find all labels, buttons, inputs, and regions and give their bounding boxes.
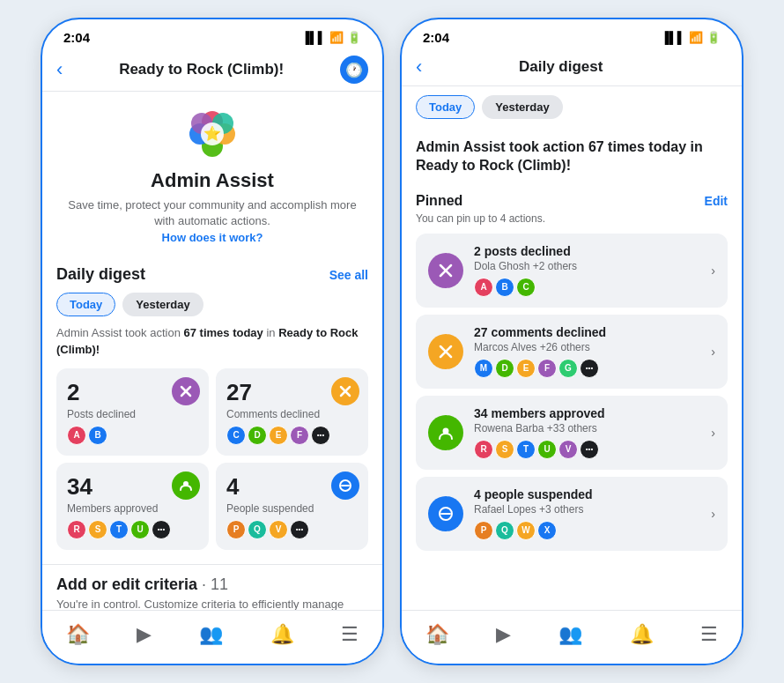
action-suspended-info: 4 people suspended Rafael Lopes +3 other… [474, 487, 700, 540]
status-bar-left: 2:04 ▐▌▌ 📶 🔋 [42, 19, 382, 48]
hero-title: Admin Assist [151, 169, 274, 192]
pinned-edit-button[interactable]: Edit [705, 194, 728, 208]
nav-video-right[interactable]: ▶ [485, 620, 521, 650]
nav-menu-right[interactable]: ☰ [690, 620, 729, 650]
avatar: P [226, 520, 246, 539]
avatar: C [516, 278, 536, 297]
action-suspended-sub: Rafael Lopes +3 others [474, 503, 700, 516]
avatar: T [109, 520, 129, 539]
avatar-more: ••• [152, 520, 171, 539]
hero-link[interactable]: How does it work? [162, 231, 263, 244]
chevron-icon: › [711, 426, 715, 440]
action-people-suspended[interactable]: 4 people suspended Rafael Lopes +3 other… [416, 477, 728, 551]
digest-summary: Admin Assist took action 67 times today … [56, 325, 368, 357]
tab-yesterday[interactable]: Yesterday [122, 293, 203, 316]
nav-groups-left[interactable]: 👥 [189, 620, 233, 650]
stat-members-label: Members approved [67, 502, 198, 515]
chevron-icon: › [711, 507, 715, 521]
avatar: E [269, 426, 288, 445]
avatar: D [495, 359, 514, 378]
avatar: A [474, 278, 493, 297]
stat-posts-label: Posts declined [67, 408, 198, 420]
see-all-link[interactable]: See all [329, 268, 368, 282]
action-comments-avatars: M D E F G ••• [474, 359, 700, 378]
avatar: W [516, 521, 536, 540]
bottom-nav-right: 🏠 ▶ 👥 🔔 ☰ [402, 610, 742, 664]
avatar: Q [248, 520, 267, 539]
back-button-left[interactable]: ‹ [56, 58, 63, 81]
stat-comments-badge [331, 377, 359, 405]
admin-assist-icon: ⭐ [184, 106, 240, 162]
avatar: G [558, 359, 578, 378]
home-icon: 🏠 [66, 623, 90, 646]
daily-digest-section: Daily digest See all Today Yesterday Adm… [42, 255, 382, 549]
criteria-desc: You're in control. Customize criteria to… [56, 598, 368, 610]
action-members-avatars: R S T U V ••• [474, 440, 700, 459]
action-comments-info: 27 comments declined Marcos Alves +26 ot… [474, 325, 700, 378]
phone-left: 2:04 ▐▌▌ 📶 🔋 ‹ Ready to Rock (Climb)! 🕐 [41, 18, 384, 665]
status-bar-right: 2:04 ▐▌▌ 📶 🔋 [402, 19, 742, 48]
nav-bell-left[interactable]: 🔔 [260, 620, 305, 650]
header-title-left: Ready to Rock (Climb)! [63, 61, 340, 78]
stat-posts-declined[interactable]: 2 Posts declined A B [56, 368, 209, 456]
pinned-section: Pinned Edit You can pin up to 4 actions.… [402, 182, 742, 565]
content-left: ⭐ Admin Assist Save time, protect your c… [42, 92, 382, 610]
status-icons-left: ▐▌▌ 📶 🔋 [301, 31, 361, 44]
time-left: 2:04 [63, 30, 90, 45]
battery-icon-right: 🔋 [706, 31, 721, 44]
nav-home-left[interactable]: 🏠 [55, 620, 100, 650]
action-posts-avatars: A B C [474, 278, 700, 297]
svg-text:⭐: ⭐ [203, 125, 221, 142]
avatar: C [226, 426, 246, 445]
stat-people-suspended[interactable]: 4 People suspended P Q V ••• [216, 463, 368, 550]
avatar: B [495, 278, 514, 297]
stat-comments-declined[interactable]: 27 Comments declined C D E F ••• [216, 368, 368, 456]
admin-assist-hero: ⭐ Admin Assist Save time, protect your c… [42, 92, 382, 255]
tab-today-right[interactable]: Today [416, 95, 475, 119]
action-members-sub: Rowena Barba +33 others [474, 422, 700, 434]
action-posts-declined[interactable]: 2 posts declined Dola Ghosh +2 others A … [416, 234, 728, 308]
digest-title: Daily digest [56, 265, 145, 284]
nav-bell-right[interactable]: 🔔 [619, 620, 664, 650]
nav-groups-right[interactable]: 👥 [548, 620, 593, 650]
stat-members-approved[interactable]: 34 Members approved R S T U ••• [56, 463, 209, 550]
avatar: F [537, 359, 557, 378]
stat-suspended-avatars: P Q V ••• [226, 520, 358, 539]
avatar: V [269, 520, 288, 539]
avatar: A [67, 426, 86, 445]
stat-members-badge [172, 471, 200, 500]
video-icon: ▶ [137, 623, 152, 646]
tab-today[interactable]: Today [56, 293, 115, 316]
criteria-section: Add or edit criteria · 11 You're in cont… [42, 564, 382, 610]
stat-comments-avatars: C D E F ••• [226, 426, 358, 445]
action-comments-declined[interactable]: 27 comments declined Marcos Alves +26 ot… [416, 315, 728, 389]
avatar: E [516, 359, 536, 378]
avatar: U [130, 520, 150, 539]
right-page-title: Admin Assist took action 67 times today … [402, 128, 742, 182]
nav-video-left[interactable]: ▶ [126, 620, 162, 650]
hero-desc: Save time, protect your community and ac… [60, 197, 365, 229]
avatar: S [88, 520, 107, 539]
avatar: Q [495, 521, 514, 540]
stat-suspended-label: People suspended [226, 502, 358, 515]
action-posts-info: 2 posts declined Dola Ghosh +2 others A … [474, 244, 700, 297]
criteria-title: Add or edit criteria · 11 [56, 575, 368, 594]
action-members-approved[interactable]: 34 members approved Rowena Barba +33 oth… [416, 396, 728, 470]
nav-home-right[interactable]: 🏠 [415, 620, 460, 650]
bottom-nav-left: 🏠 ▶ 👥 🔔 ☰ [42, 610, 382, 664]
header-title-right: Daily digest [422, 58, 699, 76]
comments-badge-icon [428, 334, 463, 369]
phone-right: 2:04 ▐▌▌ 📶 🔋 ‹ Daily digest Today Yester… [400, 18, 743, 665]
nav-menu-left[interactable]: ☰ [330, 620, 369, 650]
avatar: V [558, 440, 578, 459]
action-comments-sub: Marcos Alves +26 others [474, 341, 700, 353]
back-button-right[interactable]: ‹ [416, 56, 422, 78]
signal-icon: ▐▌▌ [301, 31, 326, 44]
clock-icon[interactable]: 🕐 [340, 56, 368, 84]
action-posts-title: 2 posts declined [474, 244, 700, 258]
home-icon-right: 🏠 [425, 623, 449, 646]
avatar: M [474, 359, 493, 378]
stat-comments-label: Comments declined [226, 408, 358, 420]
tab-yesterday-right[interactable]: Yesterday [482, 95, 562, 119]
avatar-more: ••• [311, 426, 330, 445]
